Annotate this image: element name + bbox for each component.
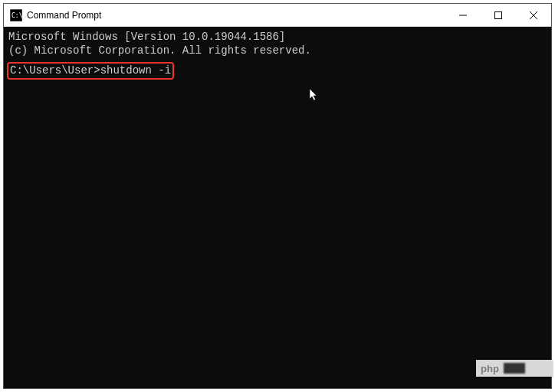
mouse-cursor-icon [309,88,320,107]
watermark-text: php [481,363,499,374]
watermark-badge: php [476,360,553,377]
watermark-blur [504,363,525,374]
close-button[interactable] [516,4,551,26]
svg-rect-3 [495,11,502,18]
minimize-button[interactable] [445,4,481,26]
command-prompt-window: C:\ Command Prompt Microsoft Windows [Ve… [3,3,552,389]
titlebar[interactable]: C:\ Command Prompt [4,4,551,27]
cmd-icon: C:\ [10,9,22,21]
svg-text:C:\: C:\ [11,12,22,19]
prompt-text: C:\Users\User> [10,64,100,77]
window-title: Command Prompt [27,10,445,21]
window-controls [445,4,551,26]
copyright-line: (c) Microsoft Corporation. All rights re… [8,44,547,57]
version-line: Microsoft Windows [Version 10.0.19044.15… [8,30,547,44]
terminal-area[interactable]: Microsoft Windows [Version 10.0.19044.15… [4,27,551,388]
command-highlight: C:\Users\User>shutdown -i [7,62,174,79]
maximize-button[interactable] [481,4,516,26]
command-text: shutdown -i [100,64,171,77]
